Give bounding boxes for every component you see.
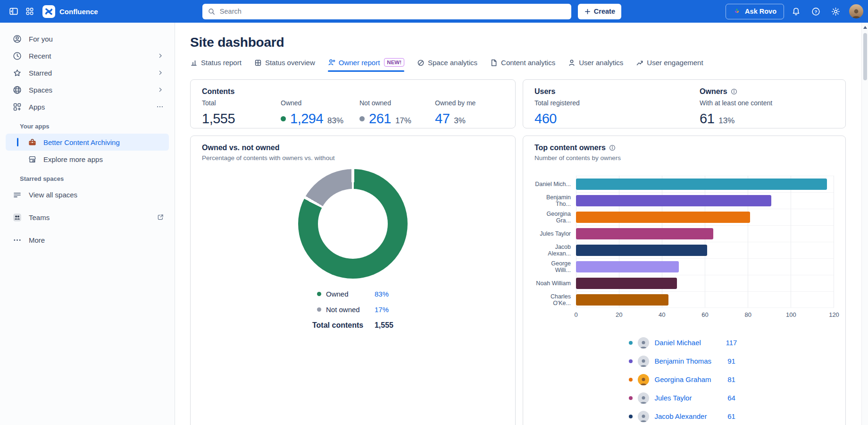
bar[interactable] [576, 261, 679, 272]
selected-indicator [17, 138, 18, 146]
bar-chart: Daniel Mich... Benjamin Tho... Georgina … [534, 176, 834, 321]
tab-status-report[interactable]: Status report [190, 59, 242, 72]
plus-icon [584, 8, 591, 15]
legend-not-owned: Not owned 17% [317, 306, 389, 314]
create-button[interactable]: Create [578, 4, 621, 19]
bar-chart-subtitle: Number of contents by owners [534, 154, 834, 162]
scrollbar [861, 23, 868, 425]
list-item: Jules Taylor 64 [629, 389, 740, 407]
sidebar: For you Recent Starred Spaces Apps Your … [0, 23, 175, 425]
rovo-icon [733, 8, 741, 15]
users-owners-card: Users Total registered 460 Owners With a… [523, 79, 846, 128]
starred-spaces-label: Starred spaces [6, 168, 169, 186]
more-ellipsis-icon[interactable] [156, 102, 164, 111]
list-item: Jacob Alexander 61 [629, 407, 740, 425]
donut-legend: Owned 83% Not owned 17% [317, 290, 389, 314]
user-avatar[interactable] [849, 4, 863, 18]
search-input[interactable] [220, 8, 566, 15]
notifications-icon[interactable] [788, 3, 804, 19]
ellipsis-icon [12, 235, 22, 245]
scroll-up-arrow[interactable] [863, 26, 867, 29]
sidebar-item-explore-more-apps[interactable]: Explore more apps [6, 151, 169, 168]
bar[interactable] [576, 178, 827, 190]
info-icon [731, 88, 737, 95]
app-switcher-icon[interactable] [22, 3, 38, 19]
sidebar-toggle-icon[interactable] [6, 3, 22, 19]
chevron-right-icon [157, 52, 164, 60]
star-icon [12, 68, 22, 78]
bar-chart-icon [190, 59, 198, 67]
scrollbar-thumb[interactable] [863, 33, 867, 80]
sidebar-item-spaces[interactable]: Spaces [6, 81, 169, 98]
donut-chart[interactable] [298, 169, 408, 279]
sidebar-item-view-all-spaces[interactable]: View all spaces [6, 186, 169, 203]
bar[interactable] [576, 245, 707, 256]
avatar [638, 411, 649, 422]
owner-list: Daniel Michael 117 Benjamin Thomas 91 Ge… [629, 333, 740, 425]
metric-total: Total 1,555 [202, 99, 281, 127]
total-contents-row: Total contents 1,555 [312, 321, 393, 330]
tab-content-analytics[interactable]: Content analytics [490, 59, 555, 72]
info-icon [609, 144, 616, 151]
avatar [638, 374, 649, 385]
users-block: Users Total registered 460 [534, 87, 700, 127]
svg-text:?: ? [814, 9, 817, 14]
bar[interactable] [576, 195, 771, 206]
sidebar-item-apps[interactable]: Apps [6, 98, 169, 115]
sidebar-item-starred[interactable]: Starred [6, 64, 169, 81]
top-content-owners-card: Top content owners Number of contents by… [523, 136, 846, 425]
search-icon [208, 8, 216, 16]
bar[interactable] [576, 294, 668, 306]
tab-user-engagement[interactable]: User engagement [636, 59, 703, 72]
grid-icon [254, 59, 262, 67]
space-analytics-icon [417, 59, 425, 67]
new-badge: NEW! [384, 58, 404, 67]
sidebar-item-recent[interactable]: Recent [6, 47, 169, 64]
bar[interactable] [576, 278, 677, 289]
bar-chart-category-labels: Daniel Mich... Benjamin Tho... Georgina … [534, 176, 576, 321]
tab-user-analytics[interactable]: User analytics [568, 59, 623, 72]
owned-dot [281, 116, 286, 121]
tab-owner-report[interactable]: Owner report NEW! [328, 58, 404, 72]
tab-space-analytics[interactable]: Space analytics [417, 59, 477, 72]
main-content: Site dashboard Status report Status over… [175, 23, 868, 425]
teams-icon [12, 212, 22, 222]
sidebar-item-more[interactable]: More [6, 231, 169, 248]
legend-owned: Owned 83% [317, 290, 389, 298]
bar-chart-title: Top content owners [534, 144, 606, 152]
contents-card-title: Contents [202, 87, 504, 96]
avatar [638, 337, 649, 348]
ask-rovo-button[interactable]: Ask Rovo [726, 4, 784, 19]
metric-owned: Owned 1,294 83% [281, 99, 359, 127]
tab-status-overview[interactable]: Status overview [254, 59, 315, 72]
metric-not-owned: Not owned 261 17% [359, 99, 435, 127]
bar[interactable] [576, 212, 750, 223]
storefront-icon [28, 155, 37, 164]
external-link-icon [157, 213, 164, 221]
x-axis-ticks: 0 20 40 60 80 100 120 [576, 311, 834, 321]
contents-card: Contents Total 1,555 Owned 1,294 83% [190, 79, 516, 128]
sidebar-item-teams[interactable]: Teams [6, 209, 169, 226]
not-owned-dot [359, 116, 365, 121]
sidebar-item-for-you[interactable]: For you [6, 30, 169, 47]
app-name: Confluence [59, 8, 98, 16]
page-title: Site dashboard [190, 35, 846, 50]
donut-chart-subtitle: Percentage of contents with owners vs. w… [202, 154, 504, 162]
globe-icon [12, 85, 22, 95]
list-item: Benjamin Thomas 91 [629, 352, 740, 370]
trend-line-icon [636, 59, 643, 67]
person-icon [568, 59, 576, 67]
confluence-logo[interactable]: Confluence [42, 5, 98, 18]
sidebar-item-better-content-archiving[interactable]: Better Content Archiving [6, 134, 169, 151]
apps-grid-plus-icon [12, 102, 22, 112]
donut-chart-title: Owned vs. not owned [202, 144, 504, 152]
settings-gear-icon[interactable] [827, 3, 843, 19]
list-item: Daniel Michael 117 [629, 333, 740, 352]
bar[interactable] [576, 228, 713, 239]
help-icon[interactable]: ? [808, 3, 824, 19]
owned-vs-not-owned-card: Owned vs. not owned Percentage of conten… [190, 136, 516, 425]
avatar [638, 356, 649, 367]
clock-icon [12, 51, 22, 61]
chevron-right-icon [157, 86, 164, 94]
search-bar[interactable] [202, 4, 571, 19]
